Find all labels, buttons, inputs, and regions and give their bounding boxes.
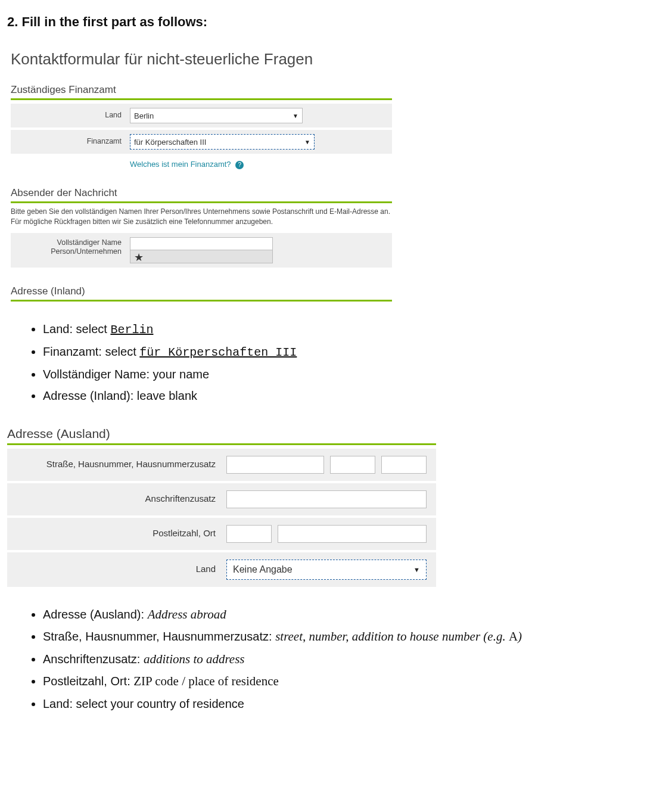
list-item: Postleitzahl, Ort: ZIP code / place of r…	[43, 672, 665, 692]
text: Anschriftenzusatz:	[43, 652, 144, 666]
section-adresse-ausland: Adresse (Ausland)	[7, 427, 436, 441]
mono-text: Berlin	[110, 323, 153, 337]
instructions-list-2: Adresse (Ausland): Address abroad Straße…	[43, 605, 665, 713]
land-select-value: Berlin	[134, 111, 154, 120]
star-icon: ★	[134, 254, 144, 261]
italic-text: )	[518, 629, 522, 644]
row-finanzamt: Finanzamt für Körperschaften III ▼	[11, 130, 392, 154]
fullname-label-line1: Vollständiger Name	[57, 238, 122, 247]
land-ausland-label: Land	[13, 564, 226, 575]
chevron-down-icon: ▼	[288, 113, 298, 119]
help-icon: ?	[235, 161, 244, 169]
chevron-down-icon: ▼	[413, 566, 420, 573]
land-label: Land	[14, 111, 130, 120]
italic-text: additions to address	[144, 652, 245, 666]
list-item: Vollständiger Name: your name	[43, 365, 665, 384]
helper-link-row: Welches ist mein Finanzamt? ?	[11, 156, 392, 172]
text: Finanzamt: select	[43, 345, 139, 358]
serif-text: A	[509, 629, 518, 644]
finanzamt-label: Finanzamt	[14, 137, 130, 147]
helper-link-text: Welches ist mein Finanzamt?	[130, 160, 231, 169]
anschriftenzusatz-input[interactable]	[226, 490, 427, 508]
land-ausland-value: Keine Angabe	[233, 564, 293, 575]
finanzamt-select[interactable]: für Körperschaften III ▼	[130, 134, 315, 150]
fullname-label: Vollständiger Name Person/Unternehmen	[14, 237, 130, 257]
section-absender: Absender der Nachricht	[11, 187, 392, 199]
section-underline	[11, 201, 392, 203]
row-plz-ort: Postleitzahl, Ort	[7, 518, 436, 550]
row-land: Land Berlin ▼	[11, 104, 392, 128]
screenshot-form-top: Kontaktformular für nicht-steuerliche Fr…	[11, 50, 392, 302]
row-strasse: Straße, Hausnummer, Hausnummerzusatz	[7, 449, 436, 481]
plz-input[interactable]	[226, 525, 272, 543]
text: Land: select	[43, 322, 110, 335]
serif-text: ZIP code / place of residence	[133, 674, 279, 688]
form-title: Kontaktformular für nicht-steuerliche Fr…	[11, 50, 392, 69]
fullname-required-indicator: ★	[130, 250, 273, 263]
section-underline	[11, 300, 392, 302]
absender-note: Bitte geben Sie den vollständigen Namen …	[11, 207, 392, 227]
list-item: Anschriftenzusatz: additions to address	[43, 649, 665, 670]
anschriftenzusatz-label: Anschriftenzusatz	[13, 493, 226, 505]
step-heading: 2. Fill in the first part as follows:	[7, 14, 665, 30]
italic-text: Address abroad	[148, 607, 226, 621]
land-select[interactable]: Berlin ▼	[130, 108, 303, 123]
list-item: Land: select your country of residence	[43, 694, 665, 713]
section-underline	[7, 443, 436, 445]
finanzamt-select-value: für Körperschaften III	[134, 138, 206, 147]
list-item: Straße, Hausnummer, Hausnummerzusatz: st…	[43, 627, 665, 647]
instructions-list-1: Land: select Berlin Finanzamt: select fü…	[43, 319, 665, 405]
strasse-label: Straße, Hausnummer, Hausnummerzusatz	[13, 459, 226, 470]
strasse-input[interactable]	[226, 456, 324, 474]
section-underline	[11, 98, 392, 100]
italic-text: street, number, addition to house number…	[275, 629, 509, 644]
row-anschriftenzusatz: Anschriftenzusatz	[7, 483, 436, 515]
land-ausland-select[interactable]: Keine Angabe ▼	[226, 560, 427, 580]
which-finanzamt-link[interactable]: Welches ist mein Finanzamt? ?	[130, 160, 244, 169]
row-land-ausland: Land Keine Angabe ▼	[7, 552, 436, 587]
hausnummer-input[interactable]	[330, 456, 375, 474]
list-item: Finanzamt: select für Körperschaften III	[43, 342, 665, 362]
text: Straße, Hausnummer, Hausnummerzusatz:	[43, 630, 275, 643]
list-item: Adresse (Ausland): Address abroad	[43, 605, 665, 625]
row-fullname: Vollständiger Name Person/Unternehmen ★	[11, 233, 392, 268]
chevron-down-icon: ▼	[300, 139, 310, 145]
ort-input[interactable]	[278, 525, 427, 543]
fullname-input[interactable]	[130, 237, 273, 250]
section-finanzamt: Zuständiges Finanzamt	[11, 84, 392, 96]
hausnummerzusatz-input[interactable]	[381, 456, 427, 474]
text: Postleitzahl, Ort:	[43, 675, 133, 688]
text: Adresse (Ausland):	[43, 608, 148, 621]
mono-text: für Körperschaften III	[139, 346, 297, 359]
plz-ort-label: Postleitzahl, Ort	[13, 528, 226, 539]
fullname-label-line2: Person/Unternehmen	[51, 247, 122, 256]
list-item: Land: select Berlin	[43, 319, 665, 340]
list-item: Adresse (Inland): leave blank	[43, 386, 665, 405]
screenshot-form-address-abroad: Adresse (Ausland) Straße, Hausnummer, Ha…	[7, 427, 436, 587]
section-adresse-inland: Adresse (Inland)	[11, 285, 392, 297]
